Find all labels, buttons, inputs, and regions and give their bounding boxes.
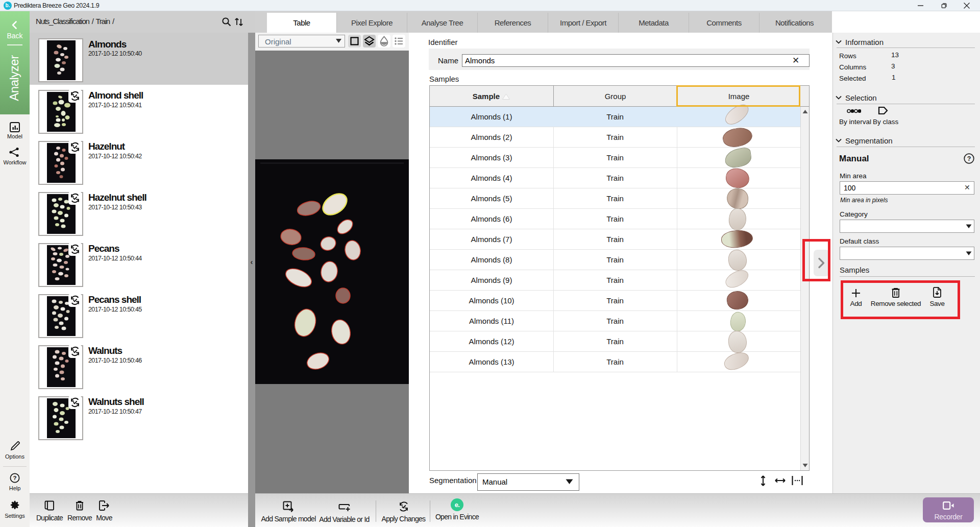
svg-text:?: ?: [967, 155, 971, 162]
svg-text:?: ?: [13, 475, 16, 481]
